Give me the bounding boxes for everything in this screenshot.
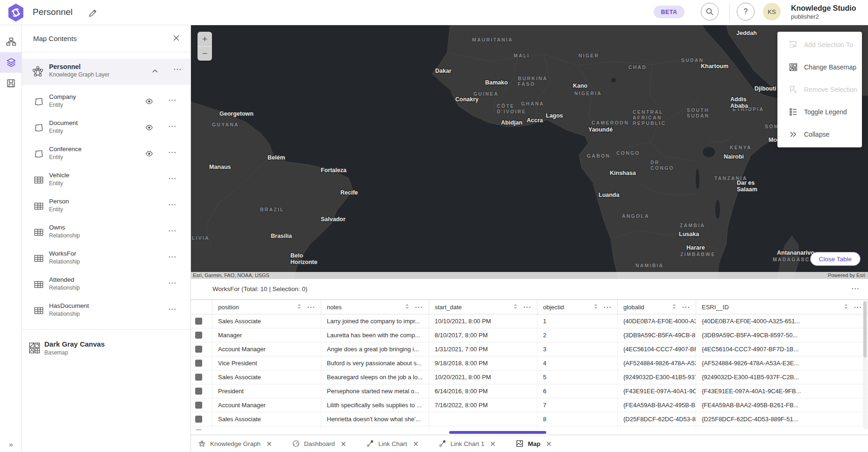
sort-icon[interactable] <box>671 303 677 311</box>
row-checkbox[interactable] <box>195 388 202 395</box>
table-options-icon[interactable]: ⋯ <box>851 285 860 292</box>
basemap-item[interactable]: Dark Gray Canvas Basemap <box>22 336 191 362</box>
layer-options-icon[interactable]: ⋯ <box>168 96 176 104</box>
edit-title-icon[interactable] <box>88 8 98 18</box>
column-options-icon[interactable]: ⋯ <box>854 303 862 311</box>
tab-close-icon[interactable] <box>490 441 495 446</box>
column-options-icon[interactable]: ⋯ <box>523 303 531 311</box>
column-options-icon[interactable]: ⋯ <box>682 303 690 311</box>
app-logo-icon[interactable] <box>7 4 25 21</box>
table-row[interactable]: PresidentPersephone started new metal o.… <box>191 384 868 398</box>
tab-link-chart[interactable]: Link Chart <box>367 440 418 447</box>
layer-item-attended[interactable]: AttendedRelationship⋯ <box>22 271 191 298</box>
table-row[interactable]: ManagerLauretta has been with the comp..… <box>191 328 868 342</box>
chevron-up-icon[interactable] <box>152 68 158 75</box>
sort-icon[interactable] <box>843 303 849 311</box>
sort-icon[interactable] <box>296 303 302 311</box>
row-checkbox[interactable] <box>195 416 202 423</box>
rail-item-layers[interactable] <box>0 52 22 73</box>
layer-options-icon[interactable]: ⋯ <box>168 122 176 130</box>
column-header-esri__id[interactable]: ESRI__ID⋯ <box>696 300 868 314</box>
menu-item-collapse[interactable]: Collapse <box>777 123 862 146</box>
tab-knowledge-graph[interactable]: Knowledge Graph <box>198 440 272 448</box>
horizontal-scrollbar-thumb[interactable] <box>449 431 546 434</box>
knowledge-graph-icon <box>198 440 206 448</box>
layer-item-company[interactable]: CompanyEntity⋯ <box>22 89 191 115</box>
table-row[interactable]: Account ManagerAngie does a great job br… <box>191 342 868 356</box>
menu-item-change-basemap[interactable]: Change Basemap <box>777 56 862 78</box>
layer-options-icon[interactable]: ⋯ <box>168 305 176 313</box>
visibility-eye-icon[interactable] <box>145 124 153 133</box>
table-cell <box>429 412 537 426</box>
column-header-objectid[interactable]: objectid⋯ <box>537 300 618 314</box>
map-country-label: NAMIBIA <box>635 263 663 268</box>
expand-rail-button[interactable]: » <box>0 440 22 448</box>
zoom-in-button[interactable]: + <box>198 32 212 46</box>
rail-item-save[interactable] <box>0 73 22 93</box>
column-options-icon[interactable]: ⋯ <box>415 303 423 311</box>
tab-dashboard[interactable]: Dashboard <box>292 440 346 447</box>
table-row[interactable]: MarketingHildegarde moved over with supp… <box>191 426 868 430</box>
tab-close-icon[interactable] <box>341 441 346 446</box>
change-basemap-icon <box>789 63 798 72</box>
table-row[interactable]: Account ManagerLilith specifically sells… <box>191 398 868 412</box>
table-icon <box>33 279 44 292</box>
rail-item-data-model[interactable] <box>0 32 22 52</box>
sort-icon[interactable] <box>593 303 599 311</box>
column-options-icon[interactable]: ⋯ <box>603 303 612 311</box>
table-row[interactable]: Vice PresidentBuford is very passionate … <box>191 356 868 370</box>
row-checkbox[interactable] <box>195 346 202 353</box>
tab-close-icon[interactable] <box>267 441 272 446</box>
layer-item-owns[interactable]: OwnsRelationship⋯ <box>22 219 191 245</box>
tab-map[interactable]: Map <box>516 440 551 447</box>
layer-item-person[interactable]: PersonEntity⋯ <box>22 193 191 219</box>
table-row[interactable]: Sales AssociateHenrietta doesn't know wh… <box>191 412 868 426</box>
row-checkbox[interactable] <box>195 332 202 339</box>
layer-options-icon[interactable]: ⋯ <box>168 253 176 261</box>
layer-options-icon[interactable]: ⋯ <box>168 279 176 287</box>
column-header-globalid[interactable]: globalid⋯ <box>618 300 696 314</box>
vertical-scrollbar-thumb[interactable] <box>863 301 867 357</box>
table-row[interactable]: Sales AssociateLarry joined the company … <box>191 314 868 328</box>
tab-link-chart-1[interactable]: Link Chart 1 <box>439 440 496 447</box>
row-checkbox[interactable] <box>195 402 202 409</box>
layer-options-icon[interactable]: ⋯ <box>168 148 176 156</box>
group-options-icon[interactable]: ⋯ <box>173 65 182 73</box>
layer-options-icon[interactable]: ⋯ <box>168 174 176 182</box>
row-checkbox[interactable] <box>195 360 202 367</box>
close-table-button[interactable]: Close Table <box>810 252 861 266</box>
column-header-start_date[interactable]: start_date⋯ <box>429 300 537 314</box>
help-button[interactable]: ? <box>737 3 755 21</box>
map-city-label: Lagos <box>546 112 563 119</box>
layer-item-conference[interactable]: ConferenceEntity⋯ <box>22 141 191 167</box>
close-panel-icon[interactable] <box>173 35 180 42</box>
row-checkbox[interactable] <box>195 318 202 325</box>
layer-options-icon[interactable]: ⋯ <box>168 201 176 209</box>
layer-item-document[interactable]: DocumentEntity⋯ <box>22 115 191 141</box>
map-canvas[interactable]: MAURITANIAMALINIGERCHADSUDANBURKINAFASOG… <box>191 25 868 279</box>
sort-icon[interactable] <box>404 303 410 311</box>
search-button[interactable] <box>701 3 719 21</box>
avatar[interactable]: KS <box>763 3 781 21</box>
column-options-icon[interactable]: ⋯ <box>307 303 315 311</box>
sort-icon[interactable] <box>513 303 518 311</box>
vertical-scrollbar[interactable] <box>863 300 867 429</box>
visibility-eye-icon[interactable] <box>145 97 153 107</box>
horizontal-scrollbar[interactable] <box>191 430 868 435</box>
link-chart-icon <box>439 440 446 447</box>
table-row[interactable]: Sales AssociateBeauregard sleeps on the … <box>191 370 868 384</box>
table-cell: Sales Associate <box>212 412 321 426</box>
zoom-out-button[interactable]: − <box>198 46 212 61</box>
visibility-eye-icon[interactable] <box>145 150 153 159</box>
layer-item-vehicle[interactable]: VehicleEntity⋯ <box>22 167 191 193</box>
layer-item-hasdocument[interactable]: HasDocumentRelationship⋯ <box>22 298 191 324</box>
tab-close-icon[interactable] <box>546 441 551 446</box>
tab-close-icon[interactable] <box>413 441 418 446</box>
column-header-position[interactable]: position⋯ <box>212 300 321 314</box>
menu-item-toggle-legend[interactable]: Toggle Legend <box>777 101 862 123</box>
layer-item-worksfor[interactable]: WorksForRelationship⋯ <box>22 245 191 271</box>
row-checkbox[interactable] <box>195 374 202 381</box>
column-header-notes[interactable]: notes⋯ <box>321 300 429 314</box>
layer-group-personnel[interactable]: Personnel Knowledge Graph Layer ⋯ <box>22 59 191 85</box>
layer-options-icon[interactable]: ⋯ <box>168 227 176 235</box>
